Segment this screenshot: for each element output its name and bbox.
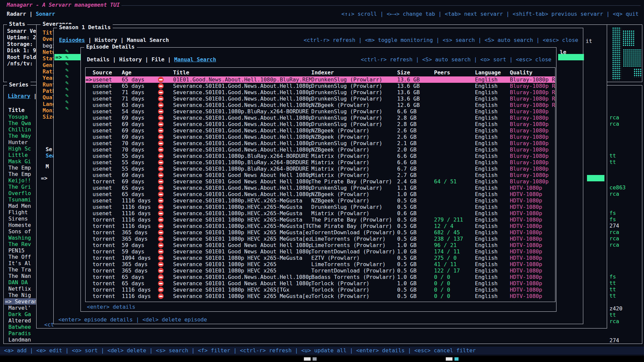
tab-library[interactable]: Library xyxy=(8,93,30,99)
series-item[interactable]: Tsunami xyxy=(4,196,36,203)
column-header[interactable] xyxy=(86,69,93,76)
release-row[interactable]: usenet 69 days Severance.S01E01.Good.New… xyxy=(86,127,555,134)
episode-tab[interactable]: Details xyxy=(87,56,109,63)
release-row[interactable]: torrent 365 days Severance S01E01 1080p … xyxy=(86,229,555,236)
series-item[interactable]: Batwhee xyxy=(4,324,36,330)
column-header[interactable]: Language xyxy=(475,69,510,76)
series-item[interactable]: The Rev xyxy=(4,241,36,247)
series-item[interactable]: The Nig xyxy=(4,292,36,298)
series-item[interactable]: Little xyxy=(4,152,36,158)
release-row[interactable]: usenet 71 days Severance.S01E01.Good.New… xyxy=(86,96,555,102)
column-header[interactable]: Source xyxy=(93,69,122,76)
release-row[interactable]: usenet 1116 days Severance.S01E01.1080p.… xyxy=(86,197,555,204)
series-item[interactable]: Sirens xyxy=(4,216,36,222)
series-item[interactable]: DAN DA xyxy=(4,279,36,286)
season-tab[interactable]: History xyxy=(85,37,117,43)
series-item[interactable]: Paradis xyxy=(4,330,36,337)
season-tab[interactable]: Episodes xyxy=(59,37,85,43)
episode-tab[interactable]: File xyxy=(142,56,164,63)
release-row[interactable]: usenet 1116 days Severance.S01E01.1080p.… xyxy=(86,210,555,217)
series-item[interactable]: Flight xyxy=(4,209,36,216)
release-row[interactable]: usenet 69 days Severance.S01E01.Good.New… xyxy=(86,115,555,121)
release-row[interactable]: usenet 69 days Severance S01E01 Good New… xyxy=(86,172,555,178)
series-item[interactable]: Yosuga xyxy=(4,114,36,120)
episode-tab[interactable]: Manual Search xyxy=(164,56,216,63)
release-row[interactable]: torrent 365 days Severance S01E01 1080p … xyxy=(86,261,555,267)
release-row[interactable]: usenet 54 days Severance.S01E01.1080p.Bl… xyxy=(86,108,555,115)
release-row[interactable]: torrent 59 days Severance S01E01 Good Ne… xyxy=(86,248,555,255)
release-row[interactable]: torrent 1116 days Severance S01E01 1080p… xyxy=(86,293,555,299)
episode-row[interactable]: ✎ xyxy=(54,79,81,86)
release-row[interactable]: usenet 55 days Severance.S01E01.1080p.Bl… xyxy=(86,166,555,172)
release-row[interactable]: usenet 71 days Severance.S01E01.Good.New… xyxy=(86,89,555,96)
release-row[interactable]: torrent 69 days Severance S01E01 Good Ne… xyxy=(86,178,555,185)
series-item[interactable]: Hunter xyxy=(4,139,36,145)
series-item[interactable]: The Gri xyxy=(4,184,36,190)
release-row[interactable]: torrent 65 days Severance.S01E01.Good.Ne… xyxy=(86,274,555,280)
servarr-tab[interactable]: Sonarr xyxy=(26,11,55,17)
series-item[interactable]: The Emp xyxy=(4,171,36,177)
series-item[interactable]: Sons of xyxy=(4,228,36,235)
episode-row[interactable]: ✎ xyxy=(54,99,81,105)
column-header[interactable] xyxy=(158,69,173,76)
release-row[interactable]: torrent 365 days Severance S01E01 1080p … xyxy=(86,267,555,274)
release-row[interactable]: torrent 59 days Severance S01E01 Good Ne… xyxy=(86,242,555,248)
series-item[interactable]: The Qwa xyxy=(4,120,36,126)
episode-row[interactable]: ✎ xyxy=(54,92,81,99)
episode-tab[interactable]: History xyxy=(109,56,142,63)
release-row[interactable]: usenet 69 days Severance.S01E01.Good.New… xyxy=(86,121,555,127)
release-row[interactable]: usenet 1116 days Severance.S01E01.1080p.… xyxy=(86,204,555,210)
release-row[interactable]: usenet 70 days Severance.S01E01.Good.New… xyxy=(86,146,555,153)
series-item[interactable]: High Sc xyxy=(4,145,36,152)
series-item[interactable]: Homeste xyxy=(4,222,36,228)
series-item[interactable]: Altered xyxy=(4,317,36,324)
release-row[interactable]: usenet 65 days Severance.S01E01.Good.New… xyxy=(86,185,555,191)
episode-row[interactable]: ✎ xyxy=(54,67,81,73)
servarr-tab[interactable]: Radarr xyxy=(7,11,26,17)
series-item[interactable]: Washing xyxy=(4,235,36,241)
series-item[interactable]: The Off xyxy=(4,254,36,260)
episode-row[interactable]: ✎ xyxy=(54,60,81,67)
column-header[interactable]: Indexer xyxy=(311,69,397,76)
series-item[interactable]: It's Al xyxy=(4,260,36,266)
series-item[interactable]: PEN15 xyxy=(4,247,36,254)
episode-row[interactable]: =>✎ xyxy=(54,54,81,60)
series-item[interactable]: Keijo!! xyxy=(4,177,36,184)
episode-row[interactable]: ✎ xyxy=(54,73,81,79)
release-row[interactable]: torrent 1094 days Severance S01E01 1080p… xyxy=(86,255,555,261)
episode-row[interactable]: ✎ xyxy=(54,105,81,111)
column-header[interactable]: Peers xyxy=(434,69,475,76)
episode-row[interactable]: ✎ xyxy=(54,48,81,54)
series-item[interactable]: The Tra xyxy=(4,266,36,273)
release-row[interactable]: usenet 69 days Severance.S01E01.Good.New… xyxy=(86,134,555,140)
release-row[interactable]: torrent 1116 days Severance S01E01 1080p… xyxy=(86,287,555,293)
episode-row[interactable]: ✎ xyxy=(54,86,81,92)
release-row[interactable]: => usenet 65 days 01E01.Good.News.About.… xyxy=(86,76,555,83)
release-row[interactable]: usenet 65 days Severance.S01E01.Good.New… xyxy=(86,191,555,197)
column-header[interactable]: Age xyxy=(122,69,158,76)
release-row[interactable]: torrent 65 days Severance S01E01 Good Ne… xyxy=(86,280,555,287)
column-header[interactable]: Quality xyxy=(510,69,555,76)
series-item[interactable]: Chillin xyxy=(4,126,36,133)
release-row[interactable]: usenet 65 days Severance.S01E01.Good.New… xyxy=(86,83,555,89)
series-item[interactable]: Netflix xyxy=(4,286,36,292)
release-row[interactable]: usenet 70 days Severance.S01E01.Good.New… xyxy=(86,140,555,146)
series-item[interactable]: Mask Gi xyxy=(4,158,36,165)
series-item[interactable]: Mad Men xyxy=(4,203,36,209)
column-header[interactable]: Title xyxy=(173,69,311,76)
series-item[interactable]: The Nan xyxy=(4,273,36,279)
release-row[interactable]: torrent 365 days Severance S01E01 1080p … xyxy=(86,236,555,242)
series-item[interactable]: Marvel' xyxy=(4,305,36,311)
series-item[interactable]: The Emp xyxy=(4,165,36,171)
release-row[interactable]: usenet 55 days Severance.S01E01.1080p.Bl… xyxy=(86,153,555,159)
season-tab[interactable]: Manual Search xyxy=(117,37,169,43)
series-item[interactable]: Overflo xyxy=(4,190,36,196)
series-item[interactable]: Dark Ga xyxy=(4,311,36,317)
series-item[interactable]: => Severan xyxy=(4,298,36,305)
release-row[interactable]: torrent 1116 days Severance S01E01 1080p… xyxy=(86,217,555,223)
release-row[interactable]: usenet 55 days Severance.S01E01.1080p.Bl… xyxy=(86,159,555,166)
release-row[interactable]: torrent 1116 days Severance.S01E01.1080p… xyxy=(86,223,555,229)
series-item[interactable]: The Way xyxy=(4,133,36,139)
release-row[interactable]: usenet 63 days Severance.S01E01.Good.New… xyxy=(86,102,555,108)
column-header[interactable]: Size xyxy=(397,69,434,76)
